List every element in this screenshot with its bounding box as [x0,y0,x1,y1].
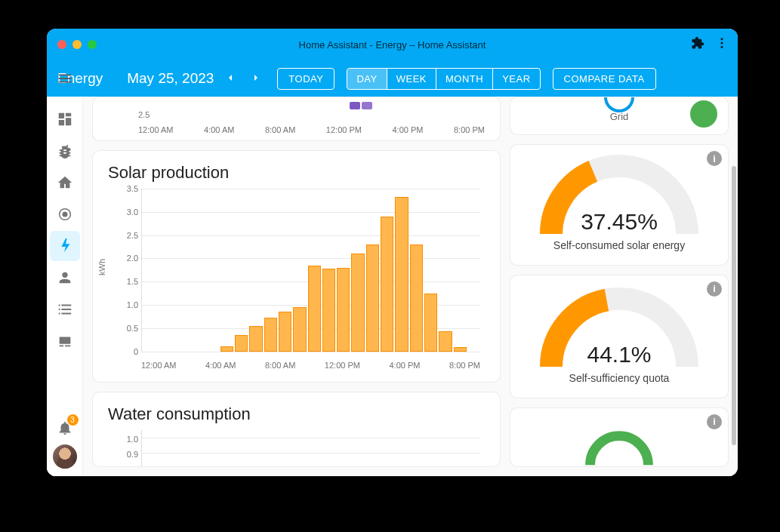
bar [424,294,437,352]
sidebar-item-home[interactable] [50,168,80,198]
bar [351,254,364,352]
bar [395,197,408,352]
user-avatar[interactable] [53,444,77,469]
bar [235,335,248,352]
compare-data-button[interactable]: COMPARE DATA [553,68,656,90]
sidebar-item-notifications[interactable]: 3 [50,413,80,443]
svg-point-1 [721,42,723,45]
scrollbar-thumb[interactable] [732,166,736,445]
bar [322,269,335,352]
bar [293,307,306,352]
sidebar-item-people[interactable] [50,263,80,293]
close-window-button[interactable] [57,40,66,49]
green-gauge-card: i [510,407,729,467]
bar [454,347,467,352]
window-controls [47,40,97,49]
app-window: Home Assistant - Energy – Home Assistant… [47,29,738,476]
current-date: May 25, 2023 [127,70,214,87]
sidebar-item-debug[interactable] [50,136,80,166]
energy-usage-chart-card: 2.5 12:00 AM 4:00 AM 8:00 AM 12:00 PM 4:… [92,97,501,141]
notification-badge: 3 [67,414,79,426]
bar [439,331,452,352]
bar [410,244,423,352]
svg-point-2 [721,46,723,48]
extension-icon[interactable] [691,36,704,53]
info-icon[interactable]: i [707,414,722,429]
more-menu-icon[interactable] [715,36,729,53]
svg-point-4 [63,212,67,217]
info-icon[interactable]: i [707,281,722,297]
prev-date-button[interactable] [221,70,239,88]
bar [249,326,262,352]
range-segmented-control: DAY WEEK MONTH YEAR [347,68,540,90]
solar-production-card: Solar production kWh 00.51.01.52.02.53.0… [92,150,501,383]
grid-label: Grid [510,111,728,130]
sidebar: 3 [47,97,83,476]
maximize-window-button[interactable] [88,40,97,49]
bar [264,318,277,351]
grid-card: Grid [510,97,729,135]
gauge-label: Self-consumed solar energy [553,239,685,251]
info-icon[interactable]: i [707,151,722,166]
range-year[interactable]: YEAR [493,69,539,89]
top-chart-ytick: 2.5 [138,110,150,119]
bar [381,217,393,352]
sidebar-item-devices[interactable] [50,326,80,356]
sidebar-item-energy[interactable] [50,231,80,261]
gauge-value: 37.45% [510,209,728,235]
bar [337,268,350,352]
bar [279,312,291,351]
energy-toolbar: Energy May 25, 2023 TODAY DAY WEEK MONTH… [47,60,738,97]
bar [308,266,321,352]
water-chart-title: Water consumption [108,404,485,424]
solar-bars [141,189,480,352]
date-navigator: May 25, 2023 [127,70,265,88]
solar-y-axis-label: kWh [97,259,106,275]
solar-x-axis: 12:00 AM4:00 AM8:00 AM12:00 PM4:00 PM8:0… [141,361,480,370]
sidebar-toggle[interactable] [54,68,76,89]
range-day[interactable]: DAY [347,69,387,89]
window-title: Home Assistant - Energy – Home Assistant [47,39,738,51]
titlebar: Home Assistant - Energy – Home Assistant [47,29,738,60]
next-date-button[interactable] [247,70,265,88]
minimize-window-button[interactable] [72,40,82,49]
bar [366,244,379,352]
sidebar-item-dashboard[interactable] [50,104,80,134]
bar [220,346,233,352]
gauge-value: 44.1% [510,342,728,367]
today-button[interactable]: TODAY [277,68,335,90]
svg-point-0 [721,38,723,40]
self-sufficiency-card: i 44.1% Self-sufficiency quota [510,275,729,398]
water-consumption-card: Water consumption 1.0 0.9 [92,392,501,467]
top-chart-xaxis: 12:00 AM 4:00 AM 8:00 AM 12:00 PM 4:00 P… [138,125,485,134]
range-month[interactable]: MONTH [436,69,493,89]
solar-chart-title: Solar production [108,163,485,183]
range-week[interactable]: WEEK [387,69,436,89]
sidebar-item-list[interactable] [50,294,80,324]
sidebar-item-assist[interactable] [50,199,80,229]
self-consumed-solar-card: i 37.45% Self-consumed solar energy [510,144,729,266]
gauge-label: Self-sufficiency quota [569,372,670,384]
